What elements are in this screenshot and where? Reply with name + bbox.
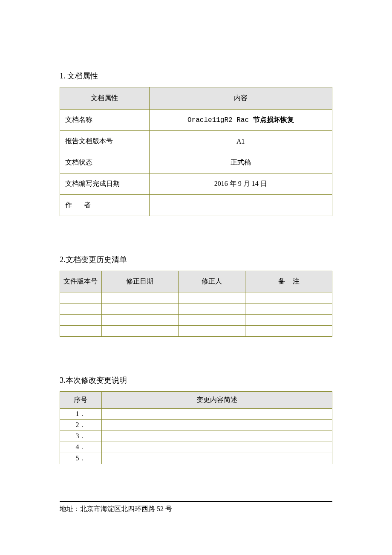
t1-r0-label: 文档名称 xyxy=(60,110,150,131)
t1-r4-label: 作者 xyxy=(60,195,150,216)
t3-h1: 序号 xyxy=(60,392,102,409)
table-row: 1． xyxy=(60,409,332,420)
t2-h2: 修正日期 xyxy=(101,271,178,292)
t1-r2-label: 文档状态 xyxy=(60,152,150,173)
table-row: 2． xyxy=(60,420,332,431)
table-row: 3． xyxy=(60,431,332,442)
t2-h3: 修正人 xyxy=(178,271,245,292)
t1-r3-value: 2016 年 9 月 14 日 xyxy=(149,173,332,195)
table-row: 5． xyxy=(60,453,332,464)
section-2-title: 2.文档变更历史清单 xyxy=(60,254,332,265)
change-description-table: 序号 变更内容简述 1． 2． 3． 4． 5． xyxy=(60,391,332,464)
section-1-title: 1. 文档属性 xyxy=(60,71,332,81)
t1-r1-value: A1 xyxy=(149,131,332,152)
footer-divider xyxy=(60,501,332,502)
section-3-title: 3.本次修改变更说明 xyxy=(60,375,332,385)
t1-r2-value: 正式稿 xyxy=(149,152,332,173)
table-row xyxy=(60,304,332,315)
t1-r1-label: 报告文档版本号 xyxy=(60,131,150,152)
t1-r3-label: 文档编写完成日期 xyxy=(60,173,150,195)
t1-header-right: 内容 xyxy=(149,87,332,110)
change-history-table: 文件版本号 修正日期 修正人 备注 xyxy=(60,271,332,337)
table-row xyxy=(60,292,332,304)
table-row xyxy=(60,326,332,337)
t2-h4: 备注 xyxy=(245,271,332,292)
t1-r0-value: Oracle11gR2 Rac 节点损坏恢复 xyxy=(149,110,332,131)
t1-header-left: 文档属性 xyxy=(60,87,150,110)
t1-r4-value xyxy=(149,195,332,216)
doc-attributes-table: 文档属性 内容 文档名称 Oracle11gR2 Rac 节点损坏恢复 报告文档… xyxy=(60,87,332,216)
table-row xyxy=(60,315,332,326)
t3-h2: 变更内容简述 xyxy=(101,392,332,409)
t2-h1: 文件版本号 xyxy=(60,271,102,292)
table-row: 4． xyxy=(60,442,332,453)
footer-address: 地址：北京市海淀区北四环西路 52 号 xyxy=(60,505,172,514)
